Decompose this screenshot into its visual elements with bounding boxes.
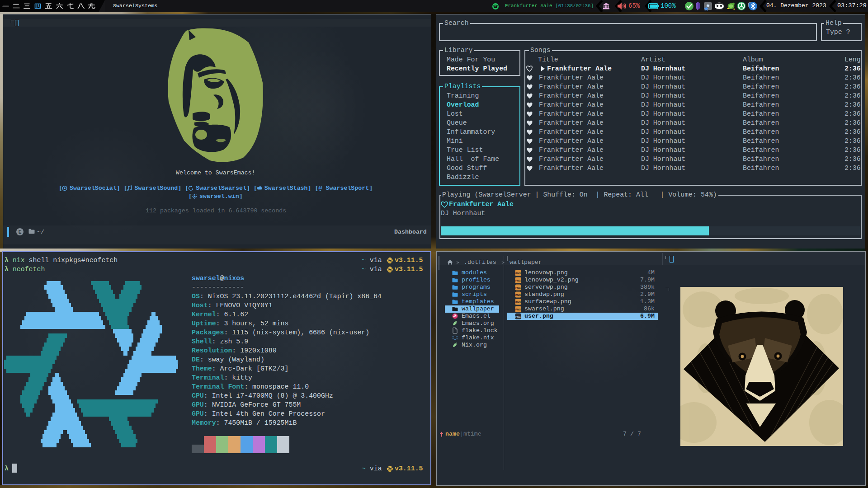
svg-text:PNG: PNG bbox=[515, 308, 521, 311]
svg-text:PNG: PNG bbox=[515, 279, 521, 282]
svg-text:PNG: PNG bbox=[515, 315, 521, 318]
svg-text:PNG: PNG bbox=[515, 294, 521, 296]
svg-text:PNG: PNG bbox=[515, 301, 521, 304]
svg-text:E: E bbox=[19, 230, 22, 235]
svg-text:PNG: PNG bbox=[515, 272, 521, 275]
svg-text:PNG: PNG bbox=[515, 286, 521, 289]
